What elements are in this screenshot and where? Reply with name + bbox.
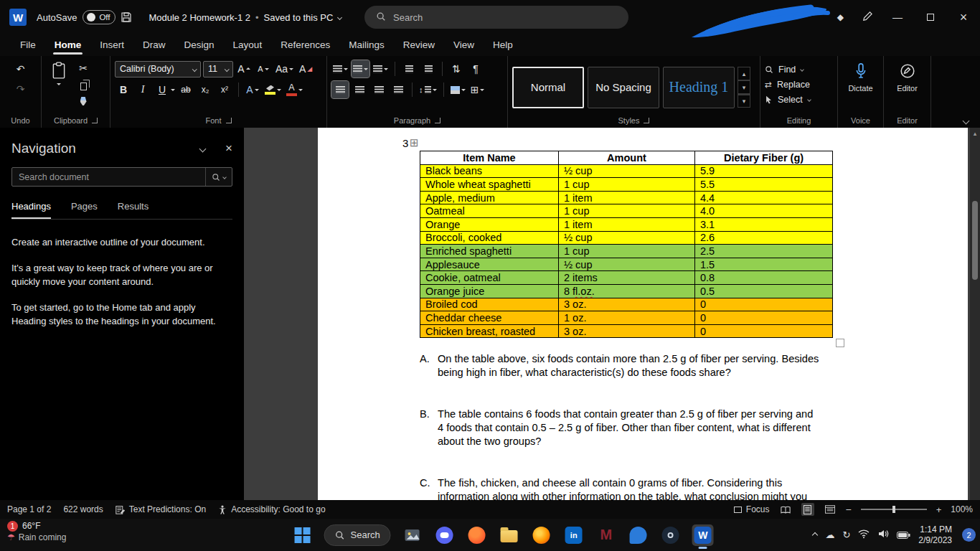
weather-widget[interactable]: 1 66°F ☂ Rain coming: [7, 521, 66, 543]
accessibility-status[interactable]: Accessibility: Good to go: [218, 504, 325, 514]
table-cell[interactable]: 1.5: [695, 258, 833, 271]
style-no-spacing[interactable]: No Spacing: [588, 67, 659, 108]
read-mode-icon[interactable]: [779, 503, 792, 516]
tab-draw[interactable]: Draw: [134, 36, 174, 55]
tab-file[interactable]: File: [11, 36, 44, 55]
volume-icon[interactable]: [877, 529, 889, 542]
table-header-cell[interactable]: Dietary Fiber (g): [695, 151, 833, 165]
align-right-button[interactable]: [370, 81, 387, 98]
styles-dialog-launcher[interactable]: [644, 118, 649, 123]
linkedin-icon[interactable]: in: [563, 524, 585, 546]
navigation-search-box[interactable]: Search document: [11, 167, 232, 187]
navigation-search-button[interactable]: [205, 168, 232, 186]
table-cell[interactable]: 1 oz.: [559, 311, 695, 325]
table-cell[interactable]: Orange: [420, 217, 559, 231]
table-cell[interactable]: Black beans: [420, 164, 559, 178]
save-icon[interactable]: [116, 6, 137, 28]
blue-app-icon[interactable]: [628, 524, 649, 546]
table-cell[interactable]: 0.8: [695, 271, 833, 285]
table-cell[interactable]: 0: [695, 311, 833, 325]
table-header-cell[interactable]: Amount: [559, 151, 695, 165]
bullets-button[interactable]: [331, 60, 349, 77]
table-cell[interactable]: 0: [695, 298, 833, 311]
replace-button[interactable]: ⇄ Replace: [765, 77, 833, 92]
superscript-button[interactable]: x²: [216, 81, 233, 98]
text-predictions[interactable]: Text Predictions: On: [116, 504, 206, 514]
tray-expand-icon[interactable]: [812, 532, 818, 537]
table-cell[interactable]: Apple, medium: [420, 191, 559, 204]
close-button[interactable]: ×: [947, 0, 980, 34]
find-button[interactable]: Find: [765, 62, 833, 77]
navigation-close-icon[interactable]: ×: [225, 141, 232, 156]
paragraph-dialog-launcher[interactable]: [435, 118, 440, 123]
focus-button[interactable]: Focus: [734, 504, 770, 514]
zoom-level[interactable]: 100%: [951, 504, 973, 514]
table-cell[interactable]: Applesauce: [420, 258, 559, 271]
table-cell[interactable]: 3 oz.: [559, 324, 695, 338]
table-cell[interactable]: 3.1: [695, 217, 833, 231]
taskbar-clock[interactable]: 1:14 PM 2/9/2023: [918, 524, 952, 546]
table-cell[interactable]: Cookie, oatmeal: [420, 271, 559, 285]
table-cell[interactable]: Oatmeal: [420, 204, 559, 218]
dictate-button[interactable]: [854, 62, 867, 83]
strikethrough-button[interactable]: ab: [177, 81, 194, 98]
table-cell[interactable]: 1 item: [559, 217, 695, 231]
zoom-out-icon[interactable]: −: [846, 504, 852, 515]
shrink-font-button[interactable]: A: [255, 60, 272, 77]
style-normal[interactable]: Normal: [512, 67, 584, 108]
style-gallery-expand[interactable]: ▾: [738, 94, 750, 108]
table-cell[interactable]: 1 cup: [559, 245, 695, 258]
print-layout-icon[interactable]: [801, 503, 814, 516]
minimize-button[interactable]: —: [881, 0, 914, 34]
cut-button[interactable]: ✂: [75, 61, 92, 75]
pen-icon[interactable]: [862, 11, 872, 24]
document-page[interactable]: 3 ⊞ Item NameAmountDietary Fiber (g) Bla…: [318, 128, 968, 500]
title-search-box[interactable]: Search: [364, 6, 628, 29]
editor-button[interactable]: [900, 63, 915, 82]
sync-icon[interactable]: ↻: [842, 529, 850, 540]
table-cell[interactable]: 0.5: [695, 284, 833, 298]
zoom-slider[interactable]: [861, 509, 927, 510]
justify-button[interactable]: [390, 81, 407, 98]
wifi-icon[interactable]: [858, 529, 870, 542]
tab-references[interactable]: References: [272, 36, 339, 55]
italic-button[interactable]: I: [134, 81, 151, 98]
diamond-icon[interactable]: ◆: [837, 12, 844, 22]
table-cell[interactable]: 4.0: [695, 204, 833, 218]
table-cell[interactable]: ½ cup: [559, 258, 695, 271]
tab-home[interactable]: Home: [46, 36, 90, 55]
table-cell[interactable]: 4.4: [695, 191, 833, 204]
font-name-combo[interactable]: Calibri (Body): [115, 61, 201, 77]
brave-icon[interactable]: [466, 524, 488, 546]
table-cell[interactable]: Cheddar cheese: [420, 311, 559, 325]
file-explorer-icon[interactable]: [499, 524, 520, 546]
shading-button[interactable]: [449, 81, 467, 98]
style-heading-1[interactable]: Heading 1: [663, 67, 735, 108]
underline-button[interactable]: U: [154, 81, 171, 98]
firefox-icon[interactable]: [531, 524, 552, 546]
onedrive-cloud-icon[interactable]: ☁: [825, 529, 834, 540]
table-cell[interactable]: 2 items: [559, 271, 695, 285]
style-gallery-up[interactable]: ▴: [738, 67, 750, 80]
style-gallery-down[interactable]: ▾: [738, 80, 750, 94]
table-cell[interactable]: 1 cup: [559, 204, 695, 218]
word-count[interactable]: 622 words: [63, 504, 103, 514]
increase-indent-button[interactable]: [420, 60, 437, 77]
font-color-button[interactable]: A: [285, 81, 304, 98]
decrease-indent-button[interactable]: [400, 60, 418, 77]
table-cell[interactable]: 5.9: [695, 164, 833, 178]
document-title[interactable]: Module 2 Homework-1 2 • Saved to this PC: [149, 12, 341, 23]
table-cell[interactable]: ½ cup: [559, 164, 695, 178]
notification-badge[interactable]: 2: [962, 528, 976, 542]
table-cell[interactable]: Orange juice: [420, 284, 559, 298]
tab-view[interactable]: View: [445, 36, 483, 55]
align-center-button[interactable]: [351, 81, 368, 98]
table-move-handle-icon[interactable]: ⊞: [410, 136, 419, 149]
collapse-ribbon-icon[interactable]: [963, 118, 970, 125]
table-cell[interactable]: Enriched spaghetti: [420, 245, 559, 258]
navigation-chevron-icon[interactable]: [199, 145, 207, 152]
highlight-button[interactable]: [263, 81, 283, 98]
clipboard-dialog-launcher[interactable]: [92, 118, 98, 123]
web-layout-icon[interactable]: [824, 503, 837, 516]
tab-review[interactable]: Review: [395, 36, 443, 55]
